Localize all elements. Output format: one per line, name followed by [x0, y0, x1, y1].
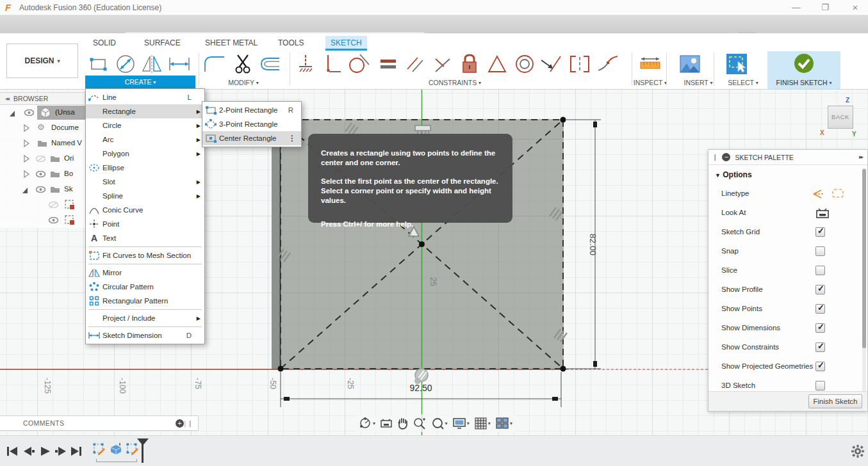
curvature-constraint-icon[interactable]: [596, 52, 620, 76]
sketch-palette-header[interactable]: ❙ − SKETCH PALETTE ▸▸: [708, 150, 867, 165]
browser-row-document[interactable]: (Unsa: [0, 105, 85, 120]
trim-tool-icon[interactable]: [231, 52, 255, 76]
browser-item-label[interactable]: Named V: [51, 139, 82, 147]
finish-sketch-palette-button[interactable]: Finish Sketch: [808, 394, 862, 408]
show-projected-geometries-checkbox[interactable]: [815, 362, 825, 371]
modify-group-label[interactable]: MODIFY: [228, 79, 254, 86]
expanded-arrow-icon[interactable]: [22, 187, 29, 194]
step-back-button[interactable]: [22, 444, 36, 458]
finish-sketch-button[interactable]: FINISH SKETCH ▾: [767, 51, 840, 89]
menu-item-arc[interactable]: Arc ▶: [86, 133, 204, 147]
aux-dimension-value[interactable]: 25: [429, 277, 438, 286]
show-dimensions-checkbox[interactable]: [815, 323, 825, 333]
ribbon-tab-tools[interactable]: TOOLS: [273, 36, 309, 51]
show-profile-checkbox[interactable]: [815, 285, 825, 294]
visibility-eye-icon[interactable]: [36, 171, 45, 177]
workspace-label[interactable]: DESIGN: [24, 56, 54, 65]
origin-projected-glyph[interactable]: [414, 369, 428, 384]
minimize-button[interactable]: —: [787, 3, 805, 13]
menu-item-point[interactable]: Point: [86, 217, 204, 231]
skip-to-start-button[interactable]: [5, 444, 19, 458]
browser-item-label[interactable]: Docume: [51, 124, 79, 131]
ribbon-tab-sheet-metal[interactable]: SHEET METAL: [200, 36, 263, 51]
timeline-sketch-feature[interactable]: [92, 442, 106, 456]
menu-item-slot[interactable]: Slot ▶: [86, 175, 204, 189]
ribbon-tab-surface[interactable]: SURFACE: [139, 36, 186, 51]
collapsed-arrow-icon[interactable]: [23, 155, 30, 163]
skip-to-end-button[interactable]: [69, 444, 83, 458]
close-button[interactable]: ×: [846, 3, 864, 13]
perpendicular-constraint-icon[interactable]: [430, 52, 455, 76]
options-section-header[interactable]: ▼ Options: [715, 170, 752, 179]
tangent-constraint-icon[interactable]: [347, 52, 371, 76]
visibility-eye-icon[interactable]: [24, 109, 34, 116]
look-at-button[interactable]: [381, 418, 392, 428]
symmetry-constraint-icon[interactable]: [568, 52, 592, 76]
select-group-button[interactable]: SELECT ▾: [717, 77, 769, 88]
equal-constraint-icon[interactable]: [376, 52, 400, 76]
display-settings-button[interactable]: ▾: [453, 417, 470, 429]
submenu-item-2-point-rectangle[interactable]: 2-Point Rectangle R: [202, 103, 301, 117]
collapse-browser-icon[interactable]: ◂◂: [5, 95, 8, 102]
browser-row-named-views[interactable]: Named V: [0, 136, 85, 151]
height-dimension-value[interactable]: 82.00: [588, 234, 598, 255]
zoom-window-button[interactable]: ▾: [432, 417, 448, 430]
browser-row-sketches[interactable]: Sk: [0, 182, 85, 197]
grid-settings-button[interactable]: ▾: [475, 417, 491, 430]
create-group-button[interactable]: CREATE ▾: [85, 76, 195, 88]
palette-scrollbar-thumb[interactable]: [862, 169, 866, 348]
browser-header[interactable]: ◂◂ BROWSER: [0, 92, 85, 105]
finish-sketch-label[interactable]: FINISH SKETCH: [776, 79, 828, 86]
collapse-panel-icon[interactable]: ▸▸: [859, 154, 862, 160]
constraints-group-label[interactable]: CONSTRAINTS: [429, 79, 477, 86]
comments-bar[interactable]: COMMENTS + ❘❙: [0, 415, 199, 431]
collapsed-arrow-icon[interactable]: [23, 170, 30, 178]
collinear-constraint-icon[interactable]: [539, 52, 563, 76]
look-at-icon[interactable]: [816, 207, 829, 218]
inspect-group-button[interactable]: INSPECT ▾: [625, 77, 676, 88]
restore-button[interactable]: ❐: [816, 3, 834, 13]
modify-group-button[interactable]: MODIFY ▾: [211, 77, 275, 88]
show-points-checkbox[interactable]: [815, 304, 825, 314]
inspect-group-label[interactable]: INSPECT: [634, 79, 662, 86]
offset-tool-icon[interactable]: [258, 52, 282, 76]
options-section-label[interactable]: Options: [723, 170, 751, 179]
fillet-tool-icon[interactable]: [202, 52, 227, 76]
select-group-label[interactable]: SELECT: [728, 79, 754, 86]
timeline-extrude-feature[interactable]: [109, 442, 123, 456]
browser-row-bodies[interactable]: Bo: [0, 166, 85, 182]
insert-group-label[interactable]: INSERT: [684, 79, 708, 86]
menu-item-conic-curve[interactable]: Conic Curve: [86, 203, 204, 217]
menu-item-text[interactable]: A Text: [86, 231, 204, 245]
panel-grip-icon[interactable]: ❙: [712, 154, 717, 161]
menu-item-mirror[interactable]: Mirror: [86, 266, 204, 280]
menu-item-sketch-dimension[interactable]: Sketch Dimension D: [86, 328, 204, 342]
centerline-linetype-icon[interactable]: [831, 188, 844, 199]
sketch-dimension-tool-icon[interactable]: [167, 52, 192, 76]
menu-item-circle[interactable]: Circle ▶: [86, 118, 204, 133]
viewports-button[interactable]: ▾: [496, 417, 512, 429]
timeline-position-marker-line[interactable]: [142, 440, 143, 463]
menu-item-rectangular-pattern[interactable]: Rectangular Pattern: [86, 294, 204, 308]
pan-button[interactable]: [397, 417, 408, 430]
menu-item-project-include[interactable]: Project / Include ▶: [86, 311, 204, 325]
workspace-selector[interactable]: DESIGN ▾: [6, 44, 78, 78]
visibility-eye-icon[interactable]: [36, 186, 45, 193]
step-forward-button[interactable]: [54, 444, 68, 458]
zoom-button[interactable]: [413, 417, 426, 430]
constraints-group-button[interactable]: CONSTRAINTS ▾: [410, 77, 500, 88]
expanded-arrow-icon[interactable]: [9, 110, 16, 117]
play-button[interactable]: [38, 444, 53, 458]
menu-item-line[interactable]: Line L: [86, 90, 204, 104]
hidden-eye-icon[interactable]: [49, 202, 58, 208]
fix-unfix-constraint-icon[interactable]: [457, 52, 482, 76]
measure-tool-icon[interactable]: [638, 52, 662, 76]
browser-item-label[interactable]: Ori: [64, 154, 74, 162]
viewcube-face-label[interactable]: BACK: [831, 113, 849, 120]
snap-checkbox[interactable]: [815, 246, 825, 256]
collapse-section-icon[interactable]: −: [722, 153, 730, 161]
orbit-button[interactable]: ▾: [359, 417, 375, 430]
insert-image-icon[interactable]: [678, 52, 702, 76]
concentric-constraint-icon[interactable]: [512, 52, 537, 76]
submenu-item-center-rectangle[interactable]: Center Rectangle ⋮: [202, 131, 301, 145]
